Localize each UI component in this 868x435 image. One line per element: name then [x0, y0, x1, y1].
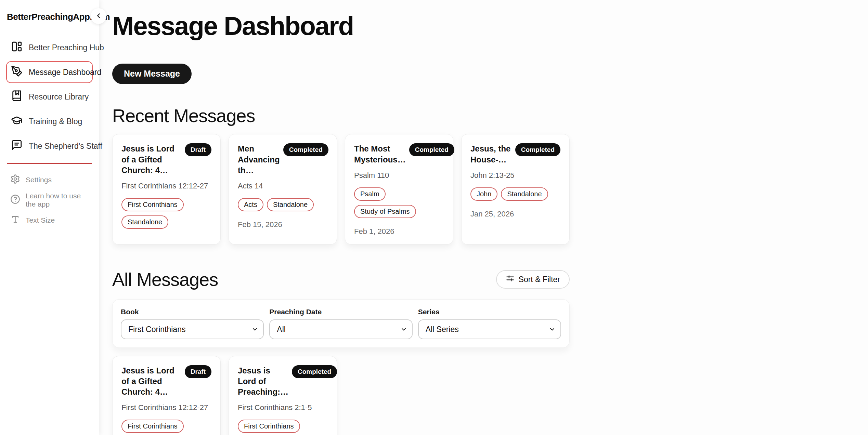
message-title: Jesus is Lord of Preaching:…: [238, 365, 292, 397]
message-tags: First Corinthians Standalone: [121, 420, 211, 435]
message-card[interactable]: Jesus is Lord of a Gifted Church: 4… Dra…: [112, 356, 221, 435]
message-title: Jesus is Lord of a Gifted Church: 4…: [121, 143, 185, 175]
message-tags: Psalm Study of Psalms: [354, 187, 444, 218]
sort-filter-button[interactable]: Sort & Filter: [496, 270, 570, 289]
all-messages-heading: All Messages: [112, 268, 218, 291]
message-title: Men Advancing th…: [238, 143, 283, 175]
sidebar-item-text-size[interactable]: Text Size: [6, 212, 93, 228]
status-badge: Completed: [292, 365, 337, 378]
sidebar-item-shepherds-staff[interactable]: The Shepherd's Staff: [6, 135, 93, 157]
message-date: Feb 15, 2026: [238, 220, 328, 229]
tag-pill: First Corinthians: [238, 420, 300, 433]
chat-icon: [11, 139, 23, 153]
text-size-icon: [10, 214, 20, 226]
book-icon: [11, 90, 23, 104]
sidebar-item-message-dashboard[interactable]: Message Dashboard: [6, 61, 93, 83]
status-badge: Draft: [185, 143, 211, 156]
message-passage: Psalm 110: [354, 171, 444, 180]
tag-pill: John: [470, 187, 497, 201]
chevron-left-icon: [95, 12, 102, 21]
pen-icon: [11, 65, 23, 79]
message-tags: First Corinthians Jesus is Lord: [238, 420, 328, 435]
book-filter-select[interactable]: First Corinthians: [121, 319, 264, 339]
message-passage: First Corinthians 12:12-27: [121, 403, 211, 412]
sidebar-item-label: Settings: [26, 176, 52, 184]
message-tags: First Corinthians Standalone: [121, 198, 211, 229]
status-badge: Draft: [185, 365, 211, 378]
sidebar-item-label: Resource Library: [29, 92, 89, 102]
recent-messages-row: Jesus is Lord of a Gifted Church: 4… Dra…: [112, 134, 570, 244]
tag-pill: Acts: [238, 198, 263, 211]
message-passage: First Corinthians 2:1-5: [238, 403, 328, 412]
message-tags: John Standalone: [470, 187, 560, 201]
sidebar-item-label: Better Preaching Hub: [29, 43, 104, 52]
message-card[interactable]: Jesus, the House-… Completed John 2:13-2…: [461, 134, 570, 244]
message-tags: Acts Standalone: [238, 198, 328, 211]
sidebar-item-better-preaching-hub[interactable]: Better Preaching Hub: [6, 37, 93, 58]
sidebar-collapse-button[interactable]: [91, 8, 106, 24]
sidebar-item-settings[interactable]: Settings: [6, 172, 93, 188]
message-passage: Acts 14: [238, 182, 328, 190]
status-badge: Completed: [515, 143, 560, 156]
tag-pill: Standalone: [267, 198, 314, 211]
message-title: Jesus, the House-…: [470, 143, 515, 164]
tag-pill: First Corinthians: [121, 420, 184, 433]
main-content: Message Dashboard New Message Recent Mes…: [99, 0, 868, 435]
message-card[interactable]: Jesus is Lord of Preaching:… Completed F…: [229, 356, 337, 435]
all-messages-row: Jesus is Lord of a Gifted Church: 4… Dra…: [112, 356, 570, 435]
message-title: The Most Mysterious…: [354, 143, 409, 164]
series-filter-select[interactable]: All Series: [418, 319, 561, 339]
preaching-date-filter-select[interactable]: All: [269, 319, 412, 339]
sidebar-item-training-blog[interactable]: Training & Blog: [6, 110, 93, 132]
tag-pill: Standalone: [501, 187, 548, 201]
sidebar-item-label: Message Dashboard: [29, 68, 101, 77]
sidebar-item-label: The Shepherd's Staff: [29, 142, 102, 151]
sidebar-divider: [7, 163, 92, 164]
new-message-button[interactable]: New Message: [112, 64, 192, 84]
status-badge: Completed: [283, 143, 328, 156]
message-title: Jesus is Lord of a Gifted Church: 4…: [121, 365, 185, 397]
preaching-date-filter-label: Preaching Date: [269, 308, 412, 316]
message-card[interactable]: The Most Mysterious… Completed Psalm 110…: [345, 134, 453, 244]
book-filter-label: Book: [121, 308, 264, 316]
sidebar-item-resource-library[interactable]: Resource Library: [6, 86, 93, 108]
status-badge: Completed: [409, 143, 454, 156]
series-filter-label: Series: [418, 308, 561, 316]
sort-filter-label: Sort & Filter: [519, 275, 560, 284]
tag-pill: Standalone: [121, 215, 168, 229]
tag-pill: Psalm: [354, 187, 386, 201]
app-logo: BetterPreachingApp.com: [6, 12, 93, 22]
message-passage: First Corinthians 12:12-27: [121, 182, 211, 190]
recent-messages-heading: Recent Messages: [112, 105, 570, 127]
message-card[interactable]: Men Advancing th… Completed Acts 14 Acts…: [229, 134, 337, 244]
tag-pill: Study of Psalms: [354, 205, 416, 218]
sidebar-item-label: Text Size: [26, 216, 55, 224]
filter-bar: Book First Corinthians Preaching Date: [112, 299, 570, 348]
sidebar-item-label: Learn how to use the app: [26, 192, 89, 208]
help-circle-icon: [10, 194, 20, 206]
sidebar-item-learn[interactable]: Learn how to use the app: [6, 192, 93, 208]
graduation-cap-icon: [11, 115, 23, 128]
message-passage: John 2:13-25: [470, 171, 560, 180]
app-root: BetterPreachingApp.com Better Preaching …: [0, 0, 868, 435]
tag-pill: First Corinthians: [121, 198, 184, 211]
message-date: Jan 25, 2026: [470, 210, 560, 219]
page-title: Message Dashboard: [112, 12, 570, 40]
message-card[interactable]: Jesus is Lord of a Gifted Church: 4… Dra…: [112, 134, 221, 244]
message-date: Feb 1, 2026: [354, 227, 444, 236]
dashboard-icon: [11, 41, 23, 54]
gear-icon: [10, 174, 20, 186]
sidebar-item-label: Training & Blog: [29, 117, 82, 126]
sidebar-nav: Better Preaching Hub Message Dashboard R…: [6, 37, 93, 157]
sliders-icon: [506, 274, 515, 285]
sidebar: BetterPreachingApp.com Better Preaching …: [0, 0, 99, 435]
